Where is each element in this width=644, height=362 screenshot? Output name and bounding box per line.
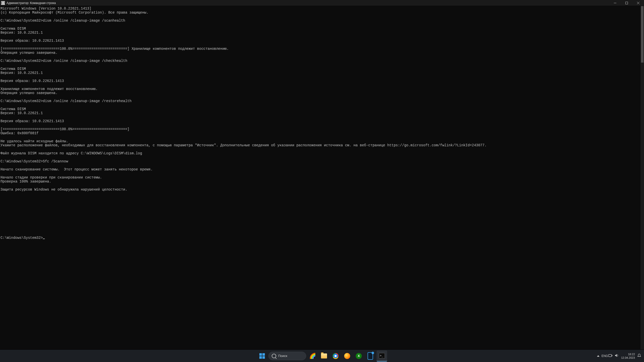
terminal-scrollbar-thumb[interactable] (641, 6, 643, 63)
file-explorer-icon (321, 353, 327, 358)
xbox-icon: X (356, 353, 362, 359)
start-button[interactable] (257, 351, 267, 361)
windows-logo-icon (259, 353, 265, 359)
tray-network-icon[interactable] (608, 354, 613, 358)
terminal-output[interactable]: Microsoft Windows [Version 10.0.22621.14… (0, 6, 644, 349)
svg-rect-4 (609, 354, 612, 357)
terminal-prompt: C:\Windows\System32> (1, 236, 43, 240)
taskbar-file-explorer[interactable] (319, 351, 329, 361)
search-placeholder: Поиск (278, 354, 287, 358)
taskbar-center: Поиск 🌈 X >_ (257, 350, 387, 362)
taskbar-search[interactable]: Поиск (268, 352, 306, 360)
taskbar-xbox[interactable]: X (353, 351, 364, 361)
svg-marker-6 (615, 354, 617, 357)
tray-language[interactable]: ENG (601, 354, 606, 358)
taskbar-cmd[interactable]: >_ (377, 350, 387, 361)
phone-link-icon (368, 352, 373, 360)
close-button[interactable] (632, 0, 644, 6)
taskbar: Поиск 🌈 X >_ ENG (0, 349, 644, 362)
minimize-button[interactable] (609, 0, 621, 6)
avast-icon (344, 353, 350, 359)
search-icon (272, 354, 276, 358)
titlebar: C:\ Администратор: Командная строка (0, 0, 644, 6)
window-controls (609, 0, 644, 6)
cmd-icon: >_ (379, 353, 385, 358)
cmd-window-icon: C:\ (1, 1, 5, 5)
maximize-button[interactable] (621, 0, 632, 6)
tray-notifications-icon[interactable] (637, 353, 641, 358)
tray-time: 18:22 (621, 352, 635, 356)
tray-date: 12.04.2023 (621, 356, 635, 359)
tray-overflow-icon[interactable] (597, 355, 599, 357)
terminal-cursor (43, 239, 45, 239)
taskbar-avast[interactable] (342, 351, 352, 361)
taskbar-chrome[interactable] (330, 351, 341, 361)
terminal-text: Microsoft Windows [Version 10.0.22621.14… (1, 7, 487, 192)
tray-volume-icon[interactable] (615, 354, 619, 358)
window-title: Администратор: Командная строка (7, 1, 56, 5)
chrome-icon (333, 353, 339, 359)
taskbar-weather[interactable]: 🌈 (307, 351, 318, 361)
svg-rect-1 (626, 2, 628, 4)
taskbar-phone-link[interactable] (365, 351, 376, 361)
terminal-scrollbar[interactable] (640, 6, 644, 349)
weather-icon: 🌈 (307, 352, 318, 360)
svg-rect-5 (612, 355, 612, 356)
tray-clock[interactable]: 18:22 12.04.2023 (621, 352, 635, 359)
taskbar-tray: ENG 18:22 12.04.2023 (597, 350, 643, 362)
